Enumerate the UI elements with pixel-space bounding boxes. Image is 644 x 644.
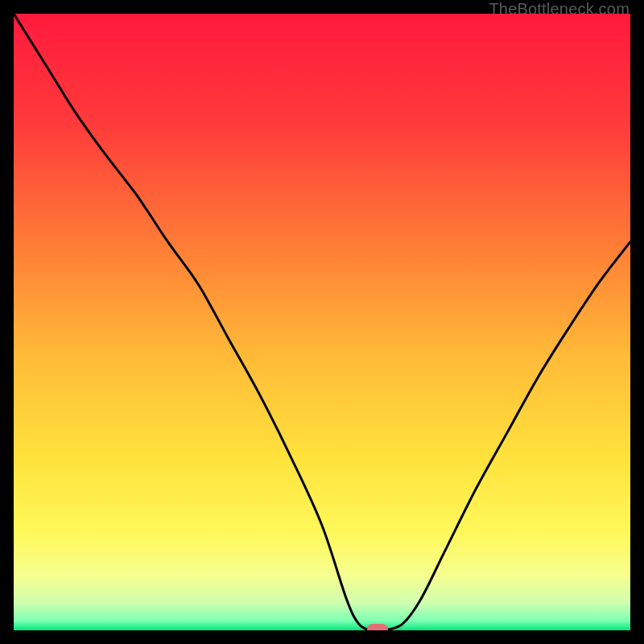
chart-frame: TheBottleneck.com <box>0 0 644 644</box>
bottleneck-plot <box>14 14 630 630</box>
optimal-marker <box>367 624 388 630</box>
gradient-background <box>14 14 630 630</box>
